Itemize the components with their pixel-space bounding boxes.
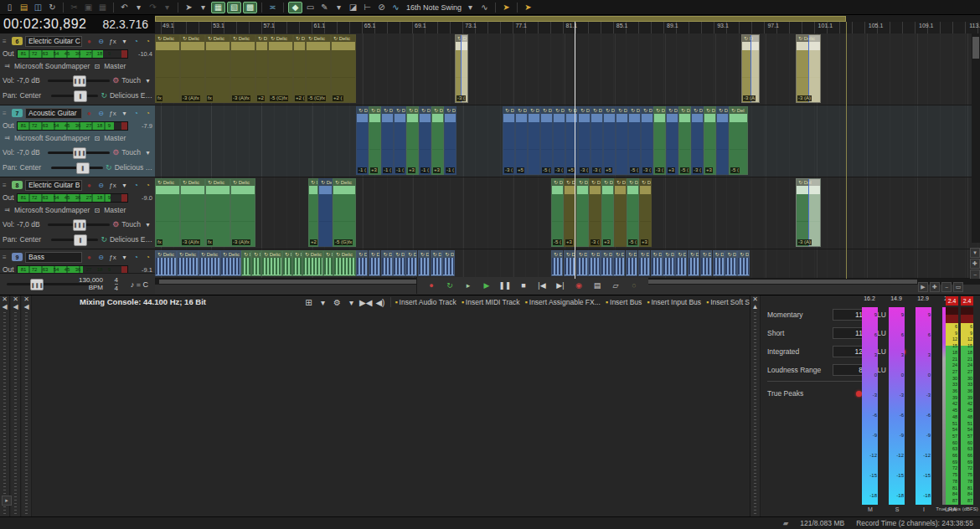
save-button[interactable]: ◫ [32, 2, 44, 13]
output-device[interactable]: Microsoft Soundmapper [14, 206, 90, 214]
audio-clip[interactable]: ↻ Del [318, 178, 333, 247]
stop-button[interactable]: ■ [516, 279, 531, 292]
audio-clip[interactable]: ↻ Del+5 [515, 106, 528, 175]
expand-icon[interactable]: ◀ [11, 303, 20, 311]
clips-pane[interactable]: ↻ Delicfx↻ Delic-3 (A)fx↻ Delicfx↻ Delic… [155, 33, 980, 279]
track-name-input[interactable]: Acoustic Guitar [25, 108, 82, 119]
audio-clip[interactable]: ↻ Delic [220, 250, 241, 276]
split-tool-button[interactable]: ⊢ [361, 2, 374, 13]
freeze-icon[interactable]: ◔ [143, 182, 152, 189]
audio-clip[interactable]: ↻ Delic-3 (A)fx [180, 178, 205, 247]
automation-dropdown[interactable]: ▾ [143, 149, 152, 157]
pan-slider-thumb[interactable]: ❚ [74, 90, 87, 102]
track-lane-4[interactable]: ↻ Delic↻ Delic↻ Delic↻ Delic↻ Del↻ Del↻ … [155, 249, 980, 279]
pan-slider[interactable]: ❚ [51, 167, 104, 169]
pan-slider-thumb[interactable]: ❚ [76, 162, 90, 174]
audio-clip[interactable]: ↻ Del+3 [704, 106, 716, 175]
audio-clip[interactable]: ↻ Del+3 [431, 106, 444, 175]
expand-icon[interactable]: ◀ [0, 303, 9, 311]
tempo-display[interactable]: 130,000 BPM [79, 276, 103, 291]
audio-clip[interactable]: ↻ Del-3 ( [578, 106, 591, 175]
swing-preset-label[interactable]: 16th Note Swing [406, 3, 462, 12]
audio-clip[interactable]: ↻ Del [737, 250, 749, 276]
pattern-tool-button[interactable]: ➤ [522, 2, 534, 13]
audio-clip[interactable]: ↻ Del+2 [255, 34, 268, 103]
track-grip-icon[interactable]: ≡ [3, 38, 9, 45]
track-header-electric-guitar-c[interactable]: ≡6Electric Guitar C●⊖ƒx▾◔◔Out81726354453… [0, 33, 155, 105]
pause-button[interactable]: ❚❚ [498, 279, 513, 292]
audio-clip[interactable]: ↻ Delicfx [205, 178, 230, 247]
groove-quantize-button[interactable]: ▧ [227, 2, 241, 13]
audio-clip[interactable]: ↻ Delic [199, 250, 220, 276]
audio-clip[interactable]: ↻ Delic [261, 250, 282, 276]
volume-slider-thumb[interactable]: ❚❚❚ [73, 219, 86, 231]
audio-clip[interactable]: ↻ Del [356, 250, 368, 276]
pane-grip[interactable] [754, 312, 756, 516]
audio-clip[interactable]: ↻ Del [613, 250, 625, 276]
audio-clip[interactable]: ↻ Delicfx [205, 34, 230, 103]
audio-clip[interactable]: ↻ Del [688, 250, 699, 276]
bpm-value[interactable]: 130,000 [79, 276, 103, 284]
audio-clip[interactable]: ↻ Delic-3 (A) [796, 34, 821, 103]
audio-clip[interactable]: ↻ Del [588, 250, 600, 276]
track-menu-dropdown[interactable]: ▾ [120, 182, 129, 189]
track-lane-2[interactable]: ↻ Del-1 (↻ Del+3↻ Del-1 (↻ Del-1 (↻ Del+… [155, 105, 980, 177]
audio-clip[interactable]: ↻ Del-1 ( [444, 106, 456, 175]
time-ruler[interactable]: 49.153.157.161.165.169.173.177.181.185.1… [155, 22, 980, 34]
audio-clip[interactable]: ↻ Delic-3 (A)fx [230, 178, 255, 247]
automation-gear-icon[interactable]: ⚙ [112, 220, 119, 229]
navigator-range[interactable] [155, 16, 846, 22]
output-device[interactable]: Microsoft Soundmapper [14, 62, 90, 70]
pan-slider[interactable]: ❚ [51, 239, 99, 241]
audio-clip[interactable]: ↻ Del [626, 250, 637, 276]
track-menu-dropdown[interactable]: ▾ [120, 254, 129, 261]
mixer-options-button[interactable]: ⚙ [331, 296, 343, 308]
fx-clip-icon[interactable]: ↻ [101, 235, 107, 244]
draw-tool-dropdown[interactable]: ▾ [333, 2, 345, 13]
audio-clip[interactable]: ↻ Del [528, 106, 540, 175]
audio-clip[interactable]: ↻ Del [616, 106, 628, 175]
insert-button-4[interactable]: Insert Input Bus [652, 298, 702, 306]
audio-clip[interactable]: ↻ Del [241, 250, 251, 276]
audio-clip[interactable]: ↻ Del+5 [603, 106, 616, 175]
strips-view-dropdown[interactable]: ▾ [317, 296, 329, 308]
automation-mode[interactable]: Touch [121, 220, 141, 229]
expand-icon[interactable]: ◀ [22, 303, 31, 311]
close-icon[interactable]: ✕ [11, 295, 20, 303]
record-arm-icon[interactable]: ● [85, 38, 94, 45]
record-arm-icon[interactable]: ● [85, 110, 94, 117]
audio-clip[interactable]: ↻ Del-1 ( [381, 106, 394, 175]
audio-clip[interactable]: ↻ Del [442, 250, 454, 276]
redo-dropdown[interactable]: ▾ [161, 2, 173, 13]
audio-clip[interactable]: ↻ Del+2 ( [293, 34, 306, 103]
fx-name[interactable]: Delicious E… [110, 91, 152, 100]
collapsed-pane-3[interactable]: ✕◀ [22, 295, 32, 517]
audio-clip[interactable]: ↻ Del-3 ( [591, 106, 603, 175]
cut-button[interactable]: ✂ [68, 2, 80, 13]
input-echo-icon[interactable]: ◔ [132, 110, 141, 117]
audio-clip[interactable]: ↻ Delic+2 ( [331, 34, 356, 103]
output-bus[interactable]: Master [104, 134, 126, 142]
select-tool-button[interactable]: ▭ [304, 2, 317, 13]
mute-tool-button[interactable]: ⊘ [375, 2, 388, 13]
narrow-strips-button[interactable]: ▶◀ [359, 296, 372, 308]
audio-clip[interactable]: ↻ Del [251, 250, 261, 276]
volume-slider[interactable]: ❚❚❚ [48, 223, 110, 226]
audio-clip[interactable]: ↻ Del-3 ( [553, 106, 565, 175]
audio-clip[interactable]: ↻ Del [282, 250, 292, 276]
output-bus[interactable]: Master [104, 62, 126, 70]
audio-clip[interactable]: ↻ Del-5 ( [729, 106, 748, 175]
audio-clip[interactable]: ↻ Del [700, 250, 712, 276]
audio-clip[interactable]: ↻ Del-1 ( [394, 106, 406, 175]
track-grip-icon[interactable]: ≡ [3, 182, 9, 189]
audio-clip[interactable]: ↻ Del-3 ( [503, 106, 515, 175]
audio-clip[interactable]: ↻ Del [601, 250, 612, 276]
track-grip-icon[interactable]: ≡ [3, 110, 9, 117]
freeze-icon[interactable]: ◔ [143, 38, 152, 45]
vertical-scrollbar[interactable] [972, 33, 980, 243]
audio-clip[interactable]: ↻ Del [576, 178, 589, 247]
audio-clip[interactable]: ↻ Del [431, 250, 442, 276]
automation-gear-icon[interactable]: ⚙ [112, 76, 119, 85]
pan-value[interactable]: Center [20, 91, 49, 100]
audio-clip[interactable]: ↻ Del-5 ( [678, 106, 691, 175]
